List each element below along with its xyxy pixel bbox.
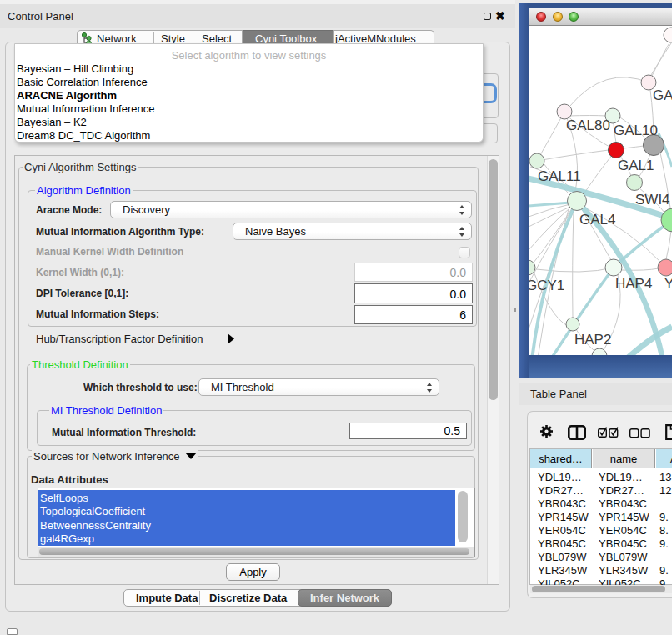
svg-text:HAP4: HAP4 [615,276,652,292]
svg-text:GAL10: GAL10 [614,122,658,138]
svg-text:GAL4: GAL4 [579,212,615,228]
svg-text:GAL80: GAL80 [566,118,610,133]
svg-text:GAL1: GAL1 [618,158,654,173]
svg-text:SWI4: SWI4 [635,192,670,208]
svg-text:Y: Y [664,276,672,292]
svg-text:GCY1: GCY1 [529,278,564,293]
svg-text:HAP2: HAP2 [574,332,611,348]
svg-text:GAL: GAL [653,88,672,103]
svg-text:GAL11: GAL11 [538,168,581,184]
